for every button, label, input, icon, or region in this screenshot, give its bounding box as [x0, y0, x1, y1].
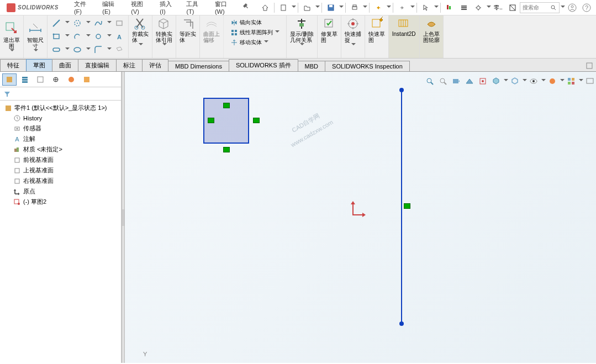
linear-pattern-dropdown[interactable] — [275, 30, 279, 35]
redo-icon[interactable] — [396, 2, 408, 14]
tab-evaluate[interactable]: 评估 — [142, 59, 168, 71]
plane-tool[interactable] — [112, 44, 126, 56]
search-icon[interactable] — [550, 4, 557, 11]
tree-top-plane[interactable]: 上视基准面 — [2, 165, 119, 176]
fillet-tool[interactable] — [91, 44, 106, 56]
rect-tool[interactable] — [112, 17, 126, 29]
trim-dropdown[interactable] — [139, 43, 143, 48]
relation-horizontal-top[interactable] — [223, 103, 230, 108]
sidebar-tab-overflow[interactable] — [80, 73, 94, 86]
sidebar-tab-feature-tree[interactable] — [2, 73, 17, 86]
tab-mbd-dim[interactable]: MBD Dimensions — [168, 61, 229, 71]
slot-tool[interactable] — [49, 44, 64, 56]
display-style-icon[interactable] — [490, 75, 502, 87]
rect-corner-tool[interactable] — [49, 30, 64, 43]
new-icon[interactable] — [277, 2, 289, 14]
menu-view[interactable]: 视图(V) — [125, 0, 154, 15]
view-settings-icon[interactable] — [565, 75, 577, 87]
hide-show-icon[interactable] — [509, 75, 521, 87]
circle-dropdown[interactable] — [86, 21, 91, 25]
rect-corner-dropdown[interactable] — [65, 34, 70, 39]
arc-tool[interactable] — [70, 30, 85, 43]
text-tool[interactable]: A — [112, 30, 126, 43]
tree-history[interactable]: History — [2, 113, 119, 123]
repair-button[interactable]: 修复草 图 — [318, 15, 341, 58]
sketch-vertical-line[interactable] — [401, 89, 402, 324]
exit-sketch-dropdown[interactable] — [10, 49, 14, 54]
slot-dropdown[interactable] — [65, 48, 70, 52]
rapid-sketch-button[interactable]: 快速草 图 — [365, 15, 389, 58]
move-button[interactable]: 移动实体 — [228, 38, 282, 48]
relation-vertical-line[interactable] — [404, 203, 410, 209]
sidebar-tab-dimxpert[interactable] — [49, 73, 63, 86]
settings-icon[interactable] — [472, 2, 484, 14]
tree-annotation[interactable]: A 注解 — [2, 134, 119, 144]
home-icon[interactable] — [259, 2, 271, 14]
section-view-icon[interactable] — [463, 75, 476, 87]
menu-tools[interactable]: 工具(T) — [181, 0, 209, 15]
menu-edit[interactable]: 编辑(E) — [97, 0, 125, 15]
select-icon[interactable] — [420, 2, 432, 14]
tree-front-plane[interactable]: 前视基准面 — [2, 155, 119, 165]
rebuild-icon[interactable] — [444, 2, 456, 14]
apply-scene-dropdown[interactable] — [560, 79, 565, 83]
viewport-icon[interactable] — [584, 75, 596, 87]
display-style-dropdown[interactable] — [504, 79, 508, 83]
tree-origin[interactable]: 原点 — [2, 186, 119, 197]
line-tool[interactable] — [49, 17, 64, 29]
tab-sketch[interactable]: 草图 — [26, 59, 52, 71]
help-icon[interactable]: ? — [581, 2, 593, 14]
search-dropdown[interactable] — [561, 6, 565, 10]
tab-feature[interactable]: 特征 — [0, 59, 27, 71]
point-dropdown[interactable] — [107, 34, 112, 39]
undo-dropdown[interactable] — [387, 6, 391, 10]
tree-root[interactable]: 零件1 (默认<<默认>_显示状态 1>) — [2, 103, 119, 113]
sidebar-tab-property[interactable] — [18, 73, 32, 86]
redo-dropdown[interactable] — [410, 6, 415, 10]
undo-icon[interactable] — [372, 2, 384, 14]
sidebar-tab-appearance[interactable] — [64, 73, 78, 86]
ellipse-tool[interactable] — [70, 44, 85, 56]
display-delete-dropdown[interactable] — [300, 43, 304, 48]
edit-appearance-icon[interactable] — [528, 75, 540, 87]
new-dropdown[interactable] — [292, 6, 296, 10]
instant2d-button[interactable]: Instant2D — [389, 15, 420, 58]
tab-surface[interactable]: 曲面 — [52, 59, 78, 71]
open-dropdown[interactable] — [315, 6, 320, 10]
graphics-viewport[interactable]: CAD自学网 www.cadzxw.com Y — [125, 72, 596, 363]
tree-sensor[interactable]: 传感器 — [2, 123, 119, 134]
sidebar-tab-config[interactable] — [33, 73, 48, 86]
ellipse-dropdown[interactable] — [86, 48, 91, 52]
relation-horizontal-bottom[interactable] — [223, 147, 230, 152]
hide-show-dropdown[interactable] — [523, 79, 527, 83]
settings-dropdown[interactable] — [487, 6, 491, 10]
options-icon[interactable] — [458, 2, 470, 14]
view-orient-icon[interactable] — [477, 75, 489, 87]
tree-material[interactable]: 材质 <未指定> — [2, 144, 119, 155]
tab-annotation[interactable]: 标注 — [116, 59, 143, 71]
tree-right-plane[interactable]: 右视基准面 — [2, 176, 119, 186]
user-icon[interactable] — [566, 2, 578, 14]
pin-icon[interactable] — [241, 0, 251, 12]
line-endpoint-bottom[interactable] — [399, 321, 404, 326]
move-dropdown[interactable] — [264, 40, 268, 45]
smart-dim-dropdown[interactable] — [34, 49, 38, 54]
mirror-button[interactable]: 镜向实体 — [228, 18, 282, 28]
tab-plugins[interactable]: SOLIDWORKS 插件 — [229, 59, 298, 71]
spline-tool[interactable] — [91, 17, 106, 29]
print-icon[interactable] — [349, 2, 361, 14]
relation-vertical-left[interactable] — [208, 118, 214, 123]
quick-snap-button[interactable]: 快速捕 捉 — [341, 15, 365, 58]
edit-appearance-dropdown[interactable] — [541, 79, 546, 83]
menu-insert[interactable]: 插入(I) — [154, 0, 181, 15]
linear-pattern-button[interactable]: 线性草图阵列 — [228, 28, 282, 38]
trim-button[interactable]: 剪裁实 体 — [129, 15, 152, 58]
menu-window[interactable]: 窗口(W) — [209, 0, 240, 15]
tree-sketch2[interactable]: (-) 草图2 — [2, 197, 119, 207]
convert-dropdown[interactable] — [162, 43, 167, 48]
line-dropdown[interactable] — [65, 21, 70, 25]
surface-offset-button[interactable]: 曲面上 偏移 — [200, 15, 224, 58]
apply-scene-icon[interactable] — [546, 75, 558, 87]
smart-dim-button[interactable]: 智能尺 寸 — [24, 15, 48, 58]
search-box[interactable] — [520, 2, 560, 13]
